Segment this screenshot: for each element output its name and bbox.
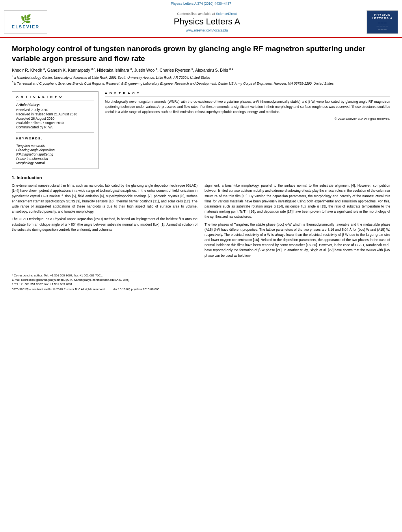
keyword-1: Tungsten nanorods bbox=[16, 144, 94, 148]
corresponding-author-note: * Corresponding author. Tel.: +1 501 569… bbox=[12, 274, 390, 277]
footer-notes: * Corresponding author. Tel.: +1 501 569… bbox=[12, 274, 390, 286]
intro-para-1: One-dimensional nanostructural thin film… bbox=[12, 183, 197, 214]
keyword-3: RF magnetron sputtering bbox=[16, 152, 94, 156]
journal-center: Contents lists available at ScienceDirec… bbox=[51, 12, 363, 32]
main-content: Morphology control of tungsten nanorods … bbox=[0, 38, 402, 267]
footer-copyright: 0375-9601/$ – see front matter © 2010 El… bbox=[12, 287, 105, 291]
article-info-header: A R T I C L E I N F O bbox=[16, 95, 94, 100]
journal-thumbnail: PHYSICS LETTERS A — — —— — — —— — — bbox=[367, 10, 398, 34]
intro-text-right: alignment, a brush-like morphology, para… bbox=[205, 183, 390, 258]
abstract-text: Morphologically novel tungsten nanorods … bbox=[105, 99, 390, 114]
intro-col-left: One-dimensional nanostructural thin film… bbox=[12, 183, 197, 260]
journal-reference-bar: Physics Letters A 374 (2010) 4430–4437 bbox=[0, 0, 402, 7]
journal-thumb-detail: — — —— — — —— — — bbox=[376, 22, 388, 31]
info-abstract-section: A R T I C L E I N F O Article history: R… bbox=[12, 91, 390, 169]
affiliations: a a Nanotechnology Center, University of… bbox=[12, 74, 390, 86]
affiliation-b: b b Terrestrial and Cryospheric Sciences… bbox=[12, 80, 390, 86]
authors-line: Khedir R. Khedir a, Ganesh K. Kannarpady… bbox=[12, 67, 390, 72]
tel-note: 1 Tel.: +1 501 551 9067; fax: +1 501 683… bbox=[12, 282, 390, 286]
accepted-date: Accepted 26 August 2010 bbox=[16, 117, 94, 120]
journal-title: Physics Letters A bbox=[51, 17, 363, 27]
elsevier-logo: 🌿 ELSEVIER bbox=[4, 10, 47, 34]
intro-body: One-dimensional nanostructural thin film… bbox=[12, 183, 390, 260]
elsevier-tree-icon: 🌿 bbox=[20, 15, 31, 24]
keyword-5: Morphology control bbox=[16, 161, 94, 165]
keywords-section: Keywords: Tungsten nanorods Glancing ang… bbox=[16, 137, 94, 165]
intro-col-right: alignment, a brush-like morphology, para… bbox=[205, 183, 390, 260]
journal-ref-link[interactable]: Physics Letters A 374 (2010) 4430–4437 bbox=[171, 2, 231, 6]
footer-bottom: 0375-9601/$ – see front matter © 2010 El… bbox=[12, 287, 390, 291]
affiliation-a: a a Nanotechnology Center, University of… bbox=[12, 74, 390, 80]
available-online-date: Available online 27 August 2010 bbox=[16, 121, 94, 125]
abstract-copyright: © 2010 Elsevier B.V. All rights reserved… bbox=[105, 117, 390, 120]
footer-doi: doi:10.1016/j.physleta.2010.08.066 bbox=[113, 287, 159, 291]
keywords-header: Keywords: bbox=[16, 137, 94, 142]
abstract-header: A B S T R A C T bbox=[105, 91, 390, 97]
article-info-box: A R T I C L E I N F O Article history: R… bbox=[12, 91, 99, 169]
contents-available: Contents lists available at ScienceDirec… bbox=[51, 12, 363, 16]
info-divider bbox=[16, 132, 94, 133]
keyword-4: Phase transformation bbox=[16, 157, 94, 161]
page-footer: * Corresponding author. Tel.: +1 501 569… bbox=[12, 271, 390, 293]
sciencedirect-link[interactable]: ScienceDirect bbox=[216, 12, 236, 16]
abstract-column: A B S T R A C T Morphologically novel tu… bbox=[105, 91, 390, 169]
communicated-by: Communicated by R. Wu bbox=[16, 125, 94, 129]
received-date: Received 7 July 2010 bbox=[16, 108, 94, 112]
keyword-2: Glancing angle deposition bbox=[16, 148, 94, 152]
intro-para-3: alignment, a brush-like morphology, para… bbox=[205, 183, 390, 219]
received-revised-date: Received in revised form 21 August 2010 bbox=[16, 112, 94, 116]
elsevier-brand-text: ELSEVIER bbox=[12, 24, 39, 29]
history-label: Article history: bbox=[16, 103, 94, 107]
intro-para-4: The two phases of Tungsten; the stable p… bbox=[205, 222, 390, 258]
journal-url: www.elsevier.com/locate/pla bbox=[51, 28, 363, 32]
article-info-column: A R T I C L E I N F O Article history: R… bbox=[12, 91, 99, 169]
email-note: E-mail addresses: gkkannarpadyualr.edu (… bbox=[12, 278, 390, 282]
abstract-box: A B S T R A C T Morphologically novel tu… bbox=[105, 91, 390, 120]
intro-para-2: The GLAD technique, as a Physical Vapor … bbox=[12, 217, 197, 232]
intro-text-left: One-dimensional nanostructural thin film… bbox=[12, 183, 197, 232]
article-title: Morphology control of tungsten nanorods … bbox=[12, 44, 390, 63]
journal-thumb-title: PHYSICS LETTERS A bbox=[368, 13, 396, 20]
intro-section-title: 1. Introduction bbox=[12, 175, 390, 180]
journal-header: 🌿 ELSEVIER Contents lists available at S… bbox=[0, 7, 402, 38]
journal-url-link[interactable]: www.elsevier.com/locate/pla bbox=[186, 28, 228, 32]
